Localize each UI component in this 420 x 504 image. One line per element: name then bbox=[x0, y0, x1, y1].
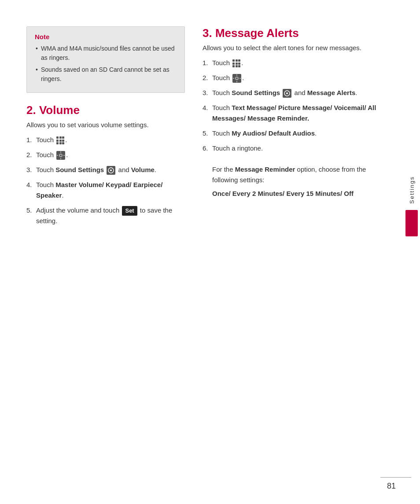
main-content: Note WMA and M4A music/sound files canno… bbox=[0, 0, 403, 504]
svg-point-9 bbox=[110, 169, 112, 171]
step-num: 5. bbox=[203, 128, 210, 139]
step-num: 1. bbox=[203, 58, 210, 68]
volume-step-5: 5. Adjust the volume and touch Set to sa… bbox=[26, 205, 185, 226]
alerts-step-3: 3. Touch Sound Settings and Message Aler… bbox=[203, 88, 386, 98]
sound-settings-icon bbox=[107, 166, 115, 175]
svg-point-19 bbox=[286, 92, 288, 94]
sidebar-label: Settings bbox=[409, 176, 415, 204]
step-num: 4. bbox=[203, 103, 210, 113]
step-text: Touch a ringtone. For the Message Remind… bbox=[212, 143, 386, 199]
page-divider bbox=[380, 477, 411, 478]
step-bold-volume: Volume bbox=[131, 166, 155, 173]
alerts-step-1: 1. Touch . bbox=[203, 58, 386, 68]
message-alerts-desc: Allows you to select the alert tones for… bbox=[203, 43, 386, 53]
page-number: 81 bbox=[387, 482, 396, 491]
step-bold: Sound Settings bbox=[232, 89, 280, 96]
note-title: Note bbox=[35, 33, 177, 40]
svg-rect-4 bbox=[60, 158, 61, 159]
step-bold: Sound Settings bbox=[55, 166, 104, 173]
alerts-step-2: 2. Touch bbox=[203, 73, 386, 83]
note-box: Note WMA and M4A music/sound files canno… bbox=[26, 26, 185, 93]
step-text: Touch . bbox=[212, 58, 386, 68]
step-text: Touch Sound Settings and Message Alerts. bbox=[212, 88, 386, 98]
step-num: 6. bbox=[203, 143, 210, 154]
step-num: 3. bbox=[26, 165, 34, 175]
menu-grid-icon bbox=[232, 59, 240, 67]
step-text: Adjust the volume and touch Set to save … bbox=[36, 205, 185, 226]
step-num: 4. bbox=[26, 180, 34, 190]
step-bold: My Audios/ Default Audios bbox=[232, 129, 315, 137]
step-text: Touch Sound Settings and Volume. bbox=[36, 165, 185, 175]
section-volume: 2. Volume Allows you to set various volu… bbox=[26, 103, 185, 231]
step-bold-msg: Message Alerts bbox=[307, 89, 356, 96]
right-column: 3. Message Alerts Allows you to select t… bbox=[203, 26, 386, 486]
svg-rect-15 bbox=[233, 78, 234, 79]
step-text: Touch Text Message/ Picture Message/ Voi… bbox=[212, 103, 386, 124]
settings-gear-icon-2 bbox=[232, 74, 241, 83]
svg-point-2 bbox=[60, 155, 62, 156]
step-text: Touch . bbox=[36, 135, 185, 145]
set-button-label: Set bbox=[122, 206, 137, 216]
settings-gear-icon bbox=[56, 151, 65, 160]
step-bold: Text Message/ Picture Message/ Voicemail… bbox=[212, 104, 376, 122]
volume-step-3: 3. Touch Sound Settings and Volume. bbox=[26, 165, 185, 175]
step-num: 1. bbox=[26, 135, 34, 145]
volume-desc: Allows you to set various volume setting… bbox=[26, 120, 185, 130]
svg-rect-5 bbox=[57, 155, 58, 156]
svg-rect-14 bbox=[236, 81, 237, 82]
volume-step-1: 1. Touch . bbox=[26, 135, 185, 145]
step-num: 3. bbox=[203, 88, 210, 98]
step-text: Touch My Audios/ Default Audios. bbox=[212, 128, 386, 139]
step-text: Touch . bbox=[36, 150, 185, 160]
volume-step-4: 4. Touch Master Volume/ Keypad/ Earpiece… bbox=[26, 180, 185, 201]
svg-rect-3 bbox=[60, 151, 61, 153]
volume-step-2: 2. Touch bbox=[26, 150, 185, 160]
sound-settings-icon-2 bbox=[283, 89, 291, 98]
menu-grid-icon bbox=[56, 136, 64, 144]
options-label: Once/ Every 2 Minutes/ Every 15 Minutes/… bbox=[212, 190, 354, 197]
step-text: Touch Master Volume/ Keypad/ Earpiece/ S… bbox=[36, 180, 185, 201]
step-num: 5. bbox=[26, 205, 34, 216]
note-item-1: WMA and M4A music/sound files cannot be … bbox=[35, 44, 177, 63]
message-alerts-heading: 3. Message Alerts bbox=[203, 26, 386, 40]
step-bold: Master Volume/ Keypad/ Earpiece/ Speaker bbox=[36, 181, 162, 199]
svg-point-12 bbox=[236, 77, 238, 79]
volume-heading: 2. Volume bbox=[26, 103, 185, 117]
step-num: 2. bbox=[26, 150, 34, 160]
svg-rect-16 bbox=[239, 78, 241, 79]
step-text: Touch . bbox=[212, 73, 386, 83]
svg-rect-13 bbox=[236, 74, 237, 76]
alerts-step-6: 6. Touch a ringtone. For the Message Rem… bbox=[203, 143, 386, 199]
page-container: Note WMA and M4A music/sound files canno… bbox=[0, 0, 420, 504]
note-item-2: Sounds saved on an SD Card cannot be set… bbox=[35, 65, 177, 84]
sidebar-bar bbox=[405, 210, 418, 236]
message-reminder-label: Message Reminder bbox=[235, 166, 295, 173]
section-message-alerts: 3. Message Alerts Allows you to select t… bbox=[203, 26, 386, 204]
alerts-step-5: 5. Touch My Audios/ Default Audios. bbox=[203, 128, 386, 139]
svg-rect-6 bbox=[63, 155, 65, 156]
left-column: Note WMA and M4A music/sound files canno… bbox=[26, 26, 185, 486]
alerts-step-4: 4. Touch Text Message/ Picture Message/ … bbox=[203, 103, 386, 124]
right-sidebar: Settings bbox=[403, 0, 420, 504]
step-num: 2. bbox=[203, 73, 210, 83]
